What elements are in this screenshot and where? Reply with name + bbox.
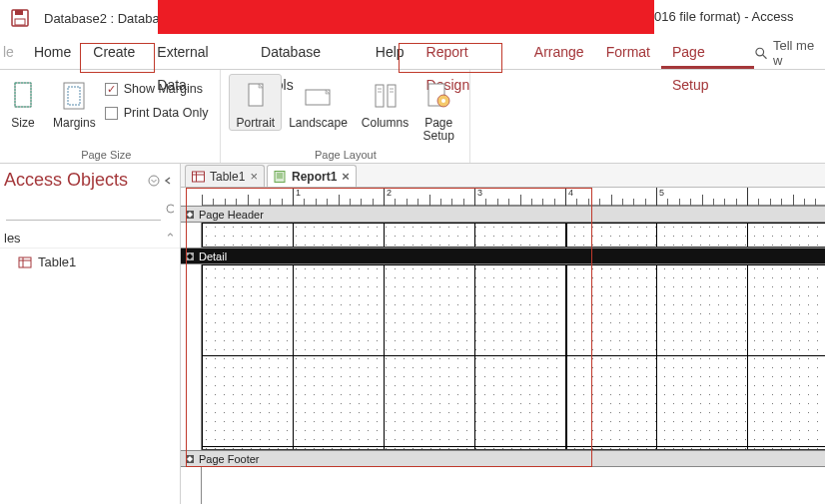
tab-arrange[interactable]: Arrange <box>523 36 595 69</box>
search-icon[interactable] <box>165 203 174 217</box>
report-design-surface[interactable]: 12345 Page Header Detail <box>181 188 825 504</box>
section-bar-page-header[interactable]: Page Header <box>181 206 825 223</box>
portrait-button[interactable]: Portrait <box>229 74 282 131</box>
ribbon-group-page-size: Size Margins Show Margins Print Data Onl… <box>0 70 221 163</box>
svg-rect-23 <box>19 257 31 267</box>
svg-rect-12 <box>388 85 396 107</box>
landscape-button[interactable]: Landscape <box>282 74 355 131</box>
size-icon <box>7 79 39 115</box>
window-title: Database2 : Database <box>44 11 173 26</box>
svg-rect-5 <box>15 83 31 107</box>
navigation-pane: Access Objects les ⌃ Table1 <box>0 164 181 504</box>
svg-rect-26 <box>193 172 205 182</box>
portrait-label: Portrait <box>236 117 275 130</box>
checkbox-icon <box>105 107 118 120</box>
section-label: Page Footer <box>199 453 260 465</box>
chevron-down-icon[interactable] <box>148 175 160 187</box>
ribbon-group-page-layout: Portrait Landscape Columns Page Setup <box>221 70 470 163</box>
collapse-pane-icon[interactable] <box>162 175 174 187</box>
design-pane: Table1 × Report1 × 12345 Page Header <box>181 164 825 504</box>
margins-icon <box>58 79 90 115</box>
columns-label: Columns <box>362 117 409 130</box>
svg-point-21 <box>167 205 174 213</box>
tab-database-tools[interactable]: Database Tools <box>250 36 365 69</box>
size-button[interactable]: Size <box>0 74 46 131</box>
tab-external-data[interactable]: External Data <box>146 36 250 69</box>
columns-icon <box>370 79 402 115</box>
chevron-up-icon: ⌃ <box>165 231 176 246</box>
doc-tab-report1[interactable]: Report1 × <box>267 165 357 187</box>
page-setup-button[interactable]: Page Setup <box>415 74 461 144</box>
landscape-label: Landscape <box>289 117 348 130</box>
nav-search-input[interactable] <box>6 199 161 221</box>
size-label: Size <box>11 117 34 130</box>
redaction-block <box>158 0 654 34</box>
save-icon[interactable] <box>10 8 30 28</box>
highlight-create-tab <box>80 43 155 73</box>
svg-rect-1 <box>15 10 23 15</box>
print-data-only-checkbox[interactable]: Print Data Only <box>105 106 209 120</box>
tab-file-ghost[interactable]: le <box>0 36 23 69</box>
nav-header[interactable]: Access Objects <box>0 164 180 195</box>
doc-tab-label: Report1 <box>292 170 337 184</box>
section-handle-icon <box>185 454 195 464</box>
show-margins-checkbox[interactable]: Show Margins <box>105 82 209 96</box>
nav-section-tables[interactable]: les ⌃ <box>0 225 180 249</box>
section-handle-icon <box>185 210 195 220</box>
columns-button[interactable]: Columns <box>355 74 415 131</box>
section-page-header[interactable] <box>202 223 825 248</box>
table-icon <box>192 171 205 183</box>
landscape-icon <box>303 79 335 115</box>
group-label-page-layout: Page Layout <box>229 147 461 161</box>
table-icon <box>18 255 32 269</box>
section-label: Detail <box>199 251 227 262</box>
show-margins-label: Show Margins <box>124 82 203 96</box>
search-icon <box>754 46 767 60</box>
margins-label: Margins <box>53 117 96 130</box>
section-bar-detail[interactable]: Detail <box>181 248 825 264</box>
group-label-page-size: Page Size <box>0 147 212 161</box>
section-handle-icon <box>185 252 195 261</box>
tell-me-label: Tell me w <box>773 38 825 68</box>
checkbox-icon <box>105 83 118 96</box>
svg-rect-11 <box>376 85 384 107</box>
section-bar-page-footer[interactable]: Page Footer <box>181 450 825 467</box>
tell-me[interactable]: Tell me w <box>754 38 825 68</box>
nav-section-label: les <box>4 231 165 246</box>
svg-point-3 <box>755 48 763 56</box>
nav-title: Access Objects <box>4 170 148 191</box>
nav-item-label: Table1 <box>38 254 76 269</box>
svg-rect-2 <box>15 19 25 25</box>
close-icon[interactable]: × <box>342 169 350 184</box>
section-label: Page Header <box>199 209 264 221</box>
section-detail[interactable] <box>202 264 825 450</box>
tab-format[interactable]: Format <box>595 36 661 69</box>
doc-tab-table1[interactable]: Table1 × <box>185 165 265 187</box>
nav-item-table1[interactable]: Table1 <box>0 249 180 275</box>
tab-page-setup[interactable]: Page Setup <box>661 36 754 69</box>
print-data-only-label: Print Data Only <box>124 106 209 120</box>
svg-rect-29 <box>275 171 285 182</box>
svg-line-4 <box>762 54 766 58</box>
margins-button[interactable]: Margins <box>46 74 103 131</box>
report-icon <box>274 171 287 183</box>
portrait-icon <box>240 79 272 115</box>
window-title-suffix: 016 file format) - Access <box>654 0 793 34</box>
svg-point-19 <box>441 99 445 103</box>
page-setup-label: Page Setup <box>423 117 454 143</box>
horizontal-ruler: 12345 <box>202 188 825 206</box>
svg-point-20 <box>149 176 159 186</box>
doc-tab-label: Table1 <box>210 170 245 184</box>
workspace: Access Objects les ⌃ Table1 Table1 × <box>0 164 825 504</box>
title-bar: Database2 : Database 016 file format) - … <box>0 0 825 36</box>
document-tab-strip: Table1 × Report1 × <box>181 164 825 188</box>
highlight-report-design-tab <box>399 43 502 73</box>
close-icon[interactable]: × <box>250 169 258 184</box>
page-setup-icon <box>422 79 454 115</box>
tab-home[interactable]: Home <box>23 36 82 69</box>
